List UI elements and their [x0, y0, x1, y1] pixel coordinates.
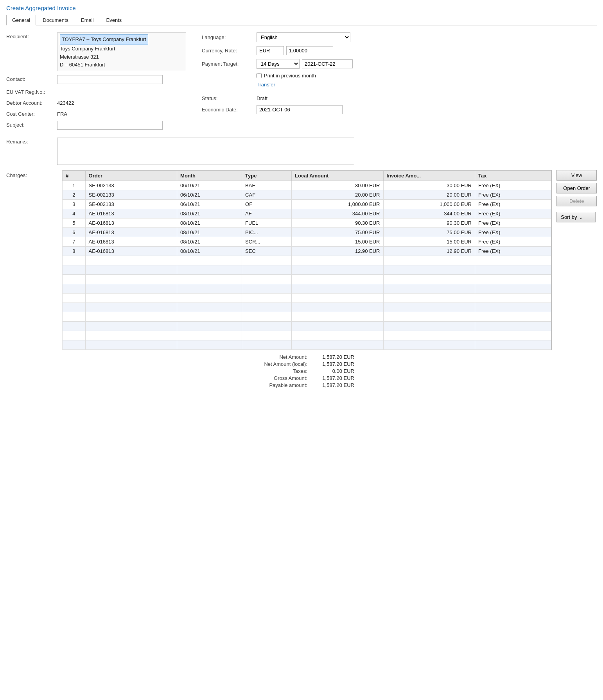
cell-month: 08/10/21 — [177, 237, 242, 247]
rate-input[interactable] — [286, 46, 333, 55]
currency-value — [257, 46, 597, 55]
table-row-empty — [63, 322, 551, 331]
cell-invoice-amount: 75.00 EUR — [383, 228, 475, 237]
cell-tax: Free (EX) — [475, 218, 551, 228]
tab-bar: General Documents Email Events — [6, 14, 597, 25]
table-row-empty — [63, 340, 551, 350]
address-line1: Toys Company Frankfurt — [60, 45, 183, 53]
cell-invoice-amount: 12.90 EUR — [383, 247, 475, 256]
table-row-empty — [63, 265, 551, 275]
cell-local-amount: 90.30 EUR — [292, 218, 383, 228]
payment-date-input[interactable] — [302, 59, 353, 68]
cell-local-amount: 20.00 EUR — [292, 190, 383, 200]
print-previous-month-row: Print in previous month — [257, 73, 597, 79]
cell-order: SE-002133 — [85, 200, 177, 209]
header-tax: Tax — [475, 171, 551, 181]
table-row[interactable]: 1SE-00213306/10/21BAF30.00 EUR30.00 EURF… — [63, 181, 551, 190]
cell-tax: Free (EX) — [475, 181, 551, 190]
net-amount-label: Net Amount: — [229, 354, 307, 360]
status-row: Status: Draft — [202, 95, 597, 101]
cell-month: 06/10/21 — [177, 200, 242, 209]
net-amount-row: Net Amount: 1,587.20 EUR — [57, 354, 354, 360]
cell-num: 8 — [63, 247, 86, 256]
cell-order: SE-002133 — [85, 190, 177, 200]
cell-type: BAF — [242, 181, 292, 190]
gross-amount-label: Gross Amount: — [229, 375, 307, 381]
sort-by-label: Sort by — [561, 214, 577, 220]
recipient-row: Recipient: TOYFRA7 – Toys Company Frankf… — [6, 32, 186, 71]
debtor-label: Debtor Account: — [6, 99, 57, 106]
header-invoice-amount: Invoice Amo... — [383, 171, 475, 181]
header-month: Month — [177, 171, 242, 181]
cost-center-label: Cost Center: — [6, 110, 57, 117]
open-order-button[interactable]: Open Order — [556, 183, 597, 193]
economic-date-input[interactable] — [257, 105, 343, 114]
economic-date-value — [257, 105, 597, 114]
economic-date-label: Economic Date: — [202, 107, 257, 113]
subject-value — [57, 121, 186, 130]
print-previous-month-label: Print in previous month — [264, 73, 316, 79]
cell-local-amount: 15.00 EUR — [292, 237, 383, 247]
status-label: Status: — [202, 95, 257, 101]
charges-table-container: # Order Month Type Local Amount Invoice … — [62, 170, 552, 350]
charges-scroll-area[interactable]: # Order Month Type Local Amount Invoice … — [62, 170, 551, 350]
payable-amount-value: 1,587.20 EUR — [307, 382, 354, 388]
remarks-value — [57, 138, 354, 166]
net-amount-value: 1,587.20 EUR — [307, 354, 354, 360]
payment-target-select[interactable]: 14 Days 30 Days 60 Days — [257, 59, 300, 69]
currency-input[interactable] — [257, 46, 284, 55]
net-amount-local-value: 1,587.20 EUR — [307, 361, 354, 367]
sort-by-chevron-icon: ⌄ — [579, 214, 583, 220]
net-amount-local-label: Net Amount (local): — [229, 361, 307, 367]
currency-row: Currency, Rate: — [202, 46, 597, 55]
payable-amount-label: Payable amount: — [229, 382, 307, 388]
cell-month: 08/10/21 — [177, 228, 242, 237]
charges-section: Charges: # Order Month Type Local Amount… — [6, 170, 597, 350]
tab-email[interactable]: Email — [75, 15, 100, 25]
recipient-selected[interactable]: TOYFRA7 – Toys Company Frankfurt — [60, 34, 148, 45]
subject-input[interactable] — [57, 121, 163, 130]
table-row[interactable]: 3SE-00213306/10/21OF1,000.00 EUR1,000.00… — [63, 200, 551, 209]
language-select[interactable]: English German French — [257, 32, 350, 42]
tab-events[interactable]: Events — [100, 15, 128, 25]
remarks-textarea[interactable] — [57, 138, 354, 165]
view-button[interactable]: View — [556, 170, 597, 181]
language-label: Language: — [202, 34, 257, 40]
address-block[interactable]: TOYFRA7 – Toys Company Frankfurt Toys Co… — [57, 32, 186, 71]
sort-by-button[interactable]: Sort by ⌄ — [556, 212, 596, 222]
debtor-row: Debtor Account: 423422 — [6, 99, 186, 106]
table-row[interactable]: 2SE-00213306/10/21CAF20.00 EUR20.00 EURF… — [63, 190, 551, 200]
tab-general[interactable]: General — [6, 15, 36, 25]
table-row-empty — [63, 294, 551, 303]
tab-documents[interactable]: Documents — [37, 15, 74, 25]
contact-input[interactable] — [57, 75, 163, 84]
net-amount-local-row: Net Amount (local): 1,587.20 EUR — [57, 361, 354, 367]
page-title[interactable]: Create Aggregated Invoice — [6, 5, 597, 11]
totals-section: Net Amount: 1,587.20 EUR Net Amount (loc… — [57, 354, 354, 389]
transfer-link[interactable]: Transfer — [257, 82, 597, 88]
economic-date-row: Economic Date: — [202, 105, 597, 114]
table-row-empty — [63, 312, 551, 322]
cell-order: SE-002133 — [85, 181, 177, 190]
cell-tax: Free (EX) — [475, 228, 551, 237]
payment-target-label: Payment Target: — [202, 61, 257, 67]
table-row[interactable]: 7AE-01681308/10/21SCR...15.00 EUR15.00 E… — [63, 237, 551, 247]
delete-button[interactable]: Delete — [556, 196, 597, 206]
taxes-label: Taxes: — [229, 368, 307, 374]
table-row[interactable]: 5AE-01681308/10/21FUEL90.30 EUR90.30 EUR… — [63, 218, 551, 228]
form-left: Recipient: TOYFRA7 – Toys Company Frankf… — [6, 32, 186, 134]
contact-label: Contact: — [6, 75, 57, 82]
table-row[interactable]: 6AE-01681308/10/21PIC...75.00 EUR75.00 E… — [63, 228, 551, 237]
gross-amount-row: Gross Amount: 1,587.20 EUR — [57, 375, 354, 381]
cell-month: 06/10/21 — [177, 181, 242, 190]
language-value: English German French — [257, 32, 597, 42]
cell-order: AE-016813 — [85, 228, 177, 237]
cell-order: AE-016813 — [85, 247, 177, 256]
print-previous-month-checkbox[interactable] — [257, 73, 262, 78]
table-row[interactable]: 4AE-01681308/10/21AF344.00 EUR344.00 EUR… — [63, 209, 551, 218]
cell-num: 3 — [63, 200, 86, 209]
table-row[interactable]: 8AE-01681308/10/21SEC12.90 EUR12.90 EURF… — [63, 247, 551, 256]
remarks-label: Remarks: — [6, 138, 57, 145]
form-section: Recipient: TOYFRA7 – Toys Company Frankf… — [6, 32, 597, 134]
cell-type: PIC... — [242, 228, 292, 237]
